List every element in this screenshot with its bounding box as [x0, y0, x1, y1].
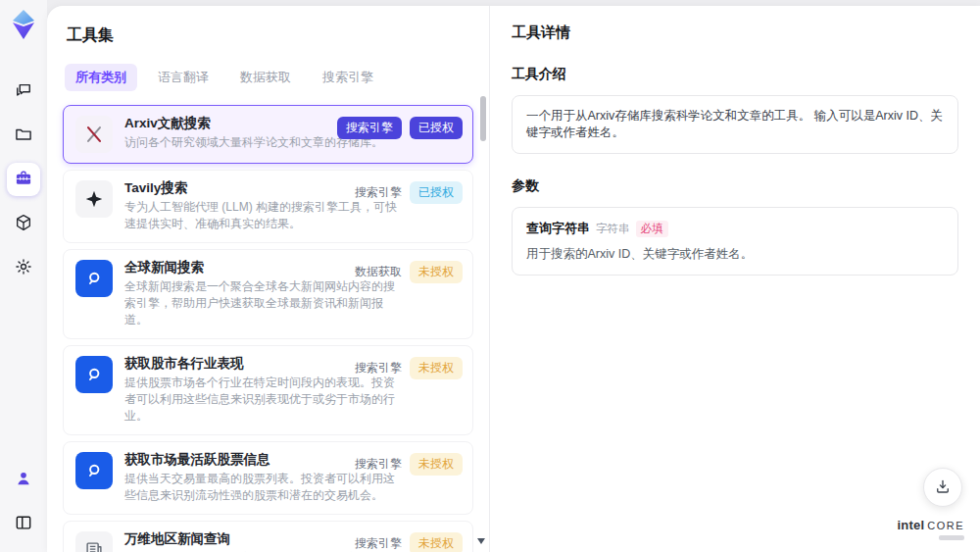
nav-chat-button[interactable]: [7, 75, 40, 108]
tool-category-tag: 搜索引擎: [355, 181, 402, 204]
tool-detail-column: 工具详情 工具介绍 一个用于从Arxiv存储库搜索科学论文和文章的工具。 输入可…: [490, 6, 980, 552]
tool-description: 提供当天交易量最高的股票列表。投资者可以利用这些信息来识别流动性强的股票和潜在的…: [124, 471, 397, 504]
user-icon: [14, 469, 33, 491]
toolbox-icon: [14, 169, 33, 191]
tool-card[interactable]: 全球新闻搜索 全球新闻搜索是一个聚合全球各大新闻网站内容的搜索引擎，帮助用户快速…: [63, 249, 473, 339]
search-blue-icon: [75, 356, 113, 393]
intro-section-title: 工具介绍: [512, 66, 958, 83]
search-blue-icon: [75, 260, 113, 297]
app-sidebar: [0, 0, 47, 552]
main-panel: 工具集 所有类别语言翻译数据获取搜索引擎 Arxiv文献搜索 访问各个研究领域大…: [47, 6, 980, 552]
tool-auth-badge: 已授权: [410, 181, 463, 204]
chat-icon: [14, 80, 33, 103]
page-title: 工具集: [67, 25, 473, 46]
tool-category-tag: 搜索引擎: [337, 117, 402, 139]
core-wordmark: CORE: [927, 520, 964, 531]
tab-search[interactable]: 搜索引擎: [312, 64, 384, 91]
tab-translation[interactable]: 语言翻译: [147, 64, 220, 91]
nav-collapse-button[interactable]: [7, 507, 40, 540]
tab-all[interactable]: 所有类别: [65, 64, 137, 91]
param-description: 用于搜索的Arxiv ID、关键字或作者姓名。: [526, 246, 944, 263]
download-icon: [934, 477, 952, 498]
params-section-title: 参数: [512, 177, 958, 195]
search-blue-icon: [75, 452, 113, 489]
tool-card[interactable]: Tavily搜索 专为人工智能代理 (LLM) 构建的搜索引擎工具，可快速提供实…: [63, 170, 473, 243]
download-button[interactable]: [923, 468, 962, 507]
tool-auth-badge: 未授权: [410, 453, 463, 476]
newspaper-icon: [75, 531, 113, 552]
cube-icon: [14, 213, 33, 235]
folder-icon: [14, 125, 33, 147]
tool-auth-badge: 未授权: [410, 532, 463, 552]
tool-card[interactable]: 获取股市各行业表现 提供股票市场各个行业在特定时间段内的表现。投资者可以利用这些…: [63, 345, 473, 435]
tool-category-tag: 搜索引擎: [355, 532, 402, 552]
tool-description: 全球新闻搜索是一个聚合全球各大新闻网站内容的搜索引擎，帮助用户快速获取全球最新资…: [124, 278, 397, 328]
tool-card[interactable]: 万维地区新闻查询 查询具体行政区划内的新闻，快速了解各地新闻动 搜索引擎 未授权: [63, 521, 473, 552]
nav-cube-button[interactable]: [7, 207, 40, 240]
tool-description: 专为人工智能代理 (LLM) 构建的搜索引擎工具，可快速提供实时、准确和真实的结…: [124, 199, 397, 232]
layout-panel-icon: [14, 513, 33, 535]
intel-core-logo: intelCORE: [897, 516, 964, 540]
param-type: 字符串: [596, 222, 630, 236]
tool-category-tag: 搜索引擎: [355, 453, 402, 476]
intro-box: 一个用于从Arxiv存储库搜索科学论文和文章的工具。 输入可以是Arxiv ID…: [512, 95, 958, 154]
tool-description: 提供股票市场各个行业在特定时间段内的表现。投资者可以利用这些信息来识别表现优于或…: [124, 375, 397, 425]
detail-title: 工具详情: [512, 24, 958, 42]
intel-sub-badge: [939, 535, 964, 540]
nav-toolbox-button[interactable]: [7, 163, 40, 196]
intel-wordmark: intel: [897, 518, 924, 532]
category-tabs: 所有类别语言翻译数据获取搜索引擎: [65, 64, 473, 91]
tab-data[interactable]: 数据获取: [229, 64, 302, 91]
param-required-badge: 必填: [636, 221, 668, 237]
tool-card[interactable]: Arxiv文献搜索 访问各个研究领域大量科学论文和文章的存储库。 搜索引擎 已授…: [63, 105, 473, 164]
nav-folder-button[interactable]: [7, 119, 40, 152]
tool-category-tag: 搜索引擎: [355, 357, 402, 379]
tavily-star-icon: [75, 180, 113, 218]
toolset-column: 工具集 所有类别语言翻译数据获取搜索引擎 Arxiv文献搜索 访问各个研究领域大…: [47, 6, 490, 552]
scrollbar-thumb[interactable]: [480, 96, 486, 141]
gear-icon: [14, 257, 33, 279]
tool-auth-badge: 未授权: [410, 261, 463, 283]
tool-auth-badge: 已授权: [410, 117, 463, 139]
tool-list: Arxiv文献搜索 访问各个研究领域大量科学论文和文章的存储库。 搜索引擎 已授…: [63, 105, 473, 552]
tool-auth-badge: 未授权: [410, 357, 463, 379]
intro-text: 一个用于从Arxiv存储库搜索科学论文和文章的工具。 输入可以是Arxiv ID…: [526, 109, 943, 139]
nav-user-button[interactable]: [7, 463, 40, 496]
scroll-down-arrow-icon[interactable]: [477, 538, 485, 544]
param-name: 查询字符串: [526, 220, 590, 237]
app-logo-icon: [8, 8, 39, 41]
nav-settings-button[interactable]: [7, 251, 40, 284]
tool-category-tag: 数据获取: [355, 261, 402, 283]
arxiv-icon: [75, 116, 113, 153]
tool-card[interactable]: 获取市场最活跃股票信息 提供当天交易量最高的股票列表。投资者可以利用这些信息来识…: [63, 441, 473, 515]
param-box: 查询字符串 字符串 必填 用于搜索的Arxiv ID、关键字或作者姓名。: [512, 207, 958, 276]
